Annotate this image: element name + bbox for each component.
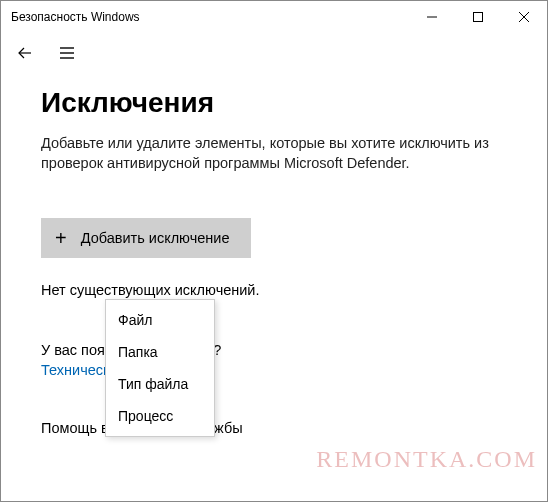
menu-item-process[interactable]: Процесс (106, 400, 214, 432)
add-exclusion-button[interactable]: + Добавить исключение (41, 218, 251, 258)
toolbar (1, 33, 547, 73)
content-area: Исключения Добавьте или удалите элементы… (1, 73, 547, 436)
svg-rect-1 (474, 13, 483, 22)
titlebar: Безопасность Windows (1, 1, 547, 33)
menu-button[interactable] (55, 41, 79, 65)
menu-item-folder[interactable]: Папка (106, 336, 214, 368)
minimize-button[interactable] (409, 1, 455, 33)
menu-item-file[interactable]: Файл (106, 304, 214, 336)
window-title: Безопасность Windows (11, 10, 409, 24)
window-controls (409, 1, 547, 33)
menu-item-filetype[interactable]: Тип файла (106, 368, 214, 400)
exclusion-type-menu: Файл Папка Тип файла Процесс (105, 299, 215, 437)
plus-icon: + (55, 228, 67, 248)
watermark: REMONTKA.COM (316, 446, 537, 473)
close-button[interactable] (501, 1, 547, 33)
back-button[interactable] (13, 41, 37, 65)
maximize-button[interactable] (455, 1, 501, 33)
exclusions-status: Нет существующих исключений. (41, 282, 507, 298)
page-description: Добавьте или удалите элементы, которые в… (41, 133, 507, 174)
add-exclusion-label: Добавить исключение (81, 230, 230, 246)
page-title: Исключения (41, 87, 507, 119)
